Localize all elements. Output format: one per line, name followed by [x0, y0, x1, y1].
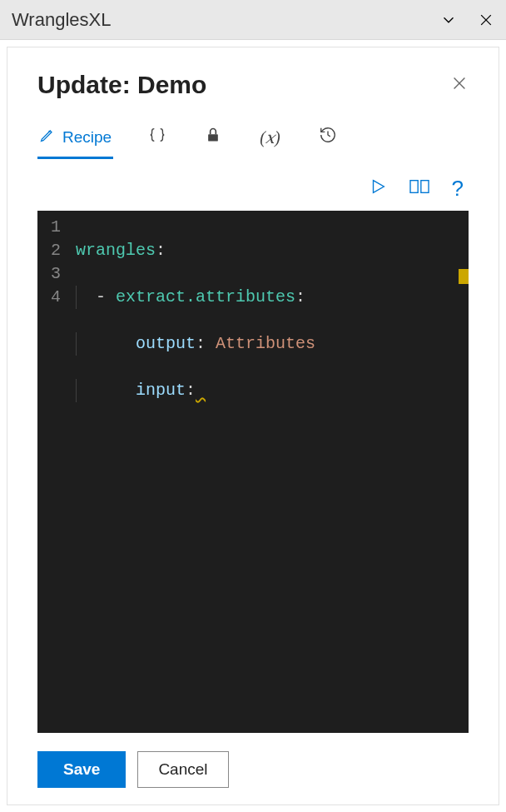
- panel-title: Update: Demo: [37, 71, 206, 99]
- yaml-dash: -: [96, 287, 116, 306]
- tab-history[interactable]: [315, 119, 340, 158]
- chevron-down-icon[interactable]: [439, 11, 458, 29]
- yaml-key: output: [136, 334, 196, 353]
- tab-lock[interactable]: [201, 120, 225, 157]
- editor-toolbar: ?: [37, 166, 469, 211]
- svg-rect-4: [208, 134, 218, 141]
- svg-rect-6: [410, 181, 418, 193]
- yaml-key: extract.attributes: [116, 287, 295, 306]
- line-number: 3: [44, 262, 61, 286]
- line-number: 2: [44, 239, 61, 262]
- pencil-icon: [39, 127, 56, 147]
- footer-buttons: Save Cancel: [37, 733, 469, 788]
- yaml-key: input: [136, 381, 186, 400]
- braces-icon: [148, 126, 166, 148]
- tab-variables[interactable]: (𝑥): [256, 121, 284, 157]
- minimap-warning-marker[interactable]: [459, 269, 469, 284]
- panel: Update: Demo Recipe (𝑥): [7, 47, 499, 805]
- cancel-button[interactable]: Cancel: [137, 751, 228, 788]
- yaml-value: Attributes: [216, 334, 315, 353]
- svg-marker-5: [373, 181, 384, 193]
- tab-bar: Recipe (𝑥): [37, 119, 469, 159]
- close-window-icon[interactable]: [478, 12, 494, 28]
- history-icon: [319, 126, 337, 148]
- variable-x-icon: (𝑥): [260, 127, 280, 147]
- close-panel-icon[interactable]: [450, 74, 469, 96]
- panel-header: Update: Demo: [37, 71, 469, 99]
- lock-icon: [205, 127, 221, 147]
- line-gutter: 1 2 3 4: [37, 211, 69, 733]
- side-by-side-icon[interactable]: [409, 177, 430, 199]
- save-button[interactable]: Save: [37, 751, 126, 788]
- tab-recipe[interactable]: Recipe: [37, 120, 113, 157]
- line-number: 4: [44, 286, 61, 309]
- titlebar: WranglesXL: [0, 0, 506, 40]
- app-title: WranglesXL: [12, 9, 111, 31]
- help-icon[interactable]: ?: [452, 177, 464, 199]
- code-area[interactable]: wrangles: - extract.attributes: output: …: [69, 211, 469, 733]
- code-editor[interactable]: 1 2 3 4 wrangles: - extract.attributes: …: [37, 211, 469, 733]
- yaml-key: wrangles: [76, 241, 156, 260]
- tab-recipe-label: Recipe: [62, 128, 112, 147]
- titlebar-controls: [439, 11, 494, 29]
- line-number: 1: [44, 216, 61, 239]
- tab-braces[interactable]: [145, 119, 170, 158]
- yaml-warning: [196, 381, 206, 400]
- svg-rect-7: [420, 181, 428, 193]
- run-button[interactable]: [369, 177, 387, 199]
